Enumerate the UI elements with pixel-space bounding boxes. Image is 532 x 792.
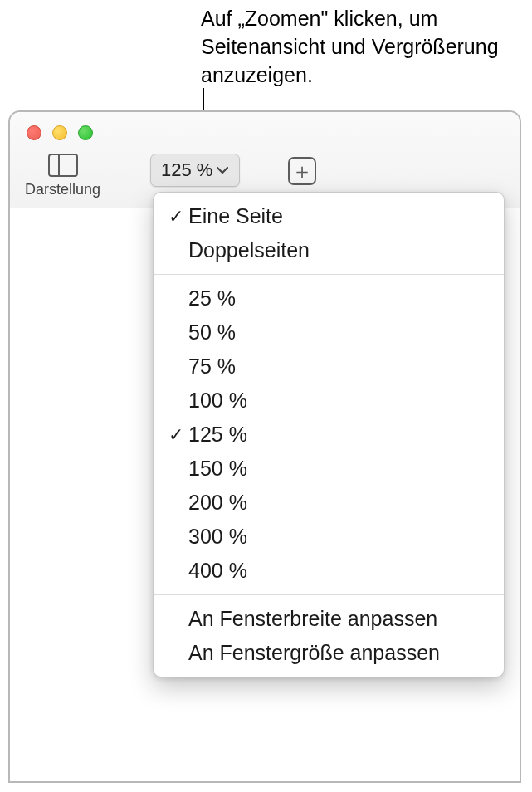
- menu-item-label: Doppelseiten: [188, 238, 487, 262]
- menu-item[interactable]: 150 %: [154, 452, 504, 486]
- close-window-button[interactable]: [27, 125, 41, 140]
- menu-item-label: 400 %: [188, 559, 487, 583]
- menu-item-label: Eine Seite: [188, 204, 487, 228]
- callout-text: Auf „Zoomen" klicken, um Seitenansicht u…: [201, 5, 500, 89]
- menu-item[interactable]: 200 %: [154, 486, 504, 520]
- menu-item[interactable]: 25 %: [154, 281, 504, 315]
- menu-separator: [154, 274, 504, 275]
- menu-item[interactable]: An Fensterbreite anpassen: [154, 602, 504, 636]
- menu-item-label: 75 %: [188, 354, 487, 379]
- menu-item-label: 25 %: [188, 286, 487, 310]
- zoom-value: 125 %: [161, 159, 212, 181]
- minimize-window-button[interactable]: [52, 125, 67, 140]
- menu-item-label: 200 %: [188, 491, 487, 515]
- window-controls: [27, 125, 93, 140]
- menu-item-label: 100 %: [188, 389, 487, 413]
- app-window: Darstellung 125 % ＋ ✓Eine SeiteDoppelsei…: [8, 110, 521, 783]
- checkmark-icon: ✓: [164, 206, 188, 227]
- menu-item-label: 50 %: [188, 320, 487, 345]
- plus-icon: ＋: [288, 157, 316, 185]
- menu-item-label: 150 %: [188, 457, 487, 481]
- view-label: Darstellung: [25, 181, 100, 198]
- menu-item[interactable]: 100 %: [154, 384, 504, 418]
- menu-item[interactable]: ✓Eine Seite: [154, 199, 504, 233]
- chevron-down-icon: [216, 166, 229, 174]
- menu-separator: [154, 594, 504, 595]
- view-tool[interactable]: Darstellung: [25, 154, 100, 198]
- add-button[interactable]: ＋: [288, 157, 316, 185]
- zoom-dropdown-button[interactable]: 125 %: [150, 154, 240, 187]
- menu-item[interactable]: 400 %: [154, 554, 504, 588]
- menu-item-label: An Fensterbreite anpassen: [188, 607, 487, 631]
- view-icon: [48, 154, 78, 177]
- menu-item-label: 125 %: [188, 423, 487, 447]
- menu-item-label: An Fenstergröße anpassen: [188, 641, 487, 665]
- menu-item[interactable]: 300 %: [154, 520, 504, 554]
- menu-item[interactable]: 50 %: [154, 315, 504, 350]
- menu-item[interactable]: An Fenstergröße anpassen: [154, 636, 504, 670]
- menu-item[interactable]: Doppelseiten: [154, 233, 504, 267]
- menu-item-label: 300 %: [188, 525, 487, 549]
- menu-item[interactable]: ✓125 %: [154, 418, 504, 452]
- zoom-dropdown-menu: ✓Eine SeiteDoppelseiten25 %50 %75 %100 %…: [153, 192, 505, 677]
- menu-item[interactable]: 75 %: [154, 350, 504, 384]
- checkmark-icon: ✓: [164, 424, 188, 446]
- zoom-window-button[interactable]: [78, 125, 93, 140]
